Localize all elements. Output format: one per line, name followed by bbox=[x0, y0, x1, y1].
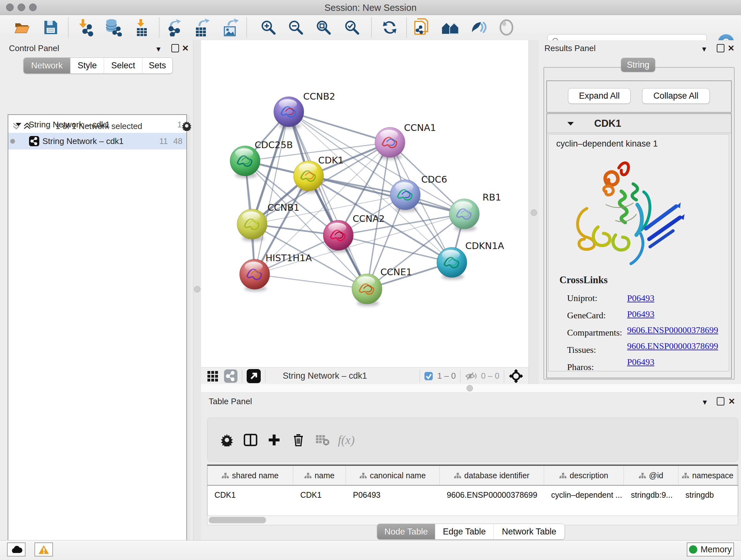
zoom-fit-button[interactable] bbox=[314, 18, 333, 37]
network-node-CCNE1[interactable] bbox=[352, 274, 382, 306]
tab-string[interactable]: String bbox=[621, 58, 655, 72]
save-session-button[interactable] bbox=[42, 18, 60, 37]
tab-edge-table[interactable]: Edge Table bbox=[435, 524, 493, 539]
splitter-handle[interactable] bbox=[467, 385, 473, 391]
document-network-icon bbox=[414, 18, 431, 37]
export-network-button[interactable] bbox=[166, 18, 185, 37]
table-cell[interactable]: CDK1 bbox=[207, 486, 293, 504]
table-cell[interactable]: P06493 bbox=[346, 486, 440, 504]
column-header-namespace[interactable]: namespace bbox=[678, 466, 737, 485]
create-column-button[interactable] bbox=[264, 430, 284, 450]
results-panel-title: Results Panel bbox=[544, 44, 596, 53]
expand-all-button[interactable]: Expand All bbox=[568, 88, 630, 104]
crosslink-value[interactable]: P06493 bbox=[627, 306, 655, 322]
network-edge-CCNA2-CDKN1A[interactable] bbox=[338, 235, 452, 262]
panel-menu-icon[interactable]: ▾ bbox=[703, 398, 707, 406]
birdseye-crosshair-icon[interactable] bbox=[509, 369, 523, 383]
network-edge-HIST1H1A-CCNE1[interactable] bbox=[255, 274, 367, 289]
panel-menu-icon[interactable]: ▾ bbox=[156, 45, 160, 53]
close-panel-icon[interactable]: ✕ bbox=[728, 44, 735, 52]
column-header-description[interactable]: description bbox=[544, 466, 624, 485]
memory-button[interactable]: Memory bbox=[687, 543, 734, 557]
cloud-status-button[interactable] bbox=[7, 543, 25, 557]
network-canvas[interactable]: CCNB2CCNA1CDC25BCDK1CDC6RB1CCNB1CCNA2CDK… bbox=[201, 40, 529, 367]
export-image-button[interactable] bbox=[222, 18, 241, 37]
column-header-database-identifier[interactable]: database identifier bbox=[440, 466, 544, 485]
tab-node-table[interactable]: Node Table bbox=[377, 524, 435, 539]
network-edge-CCNB2-HIST1H1A[interactable] bbox=[255, 112, 289, 274]
network-from-selection-button[interactable] bbox=[413, 18, 431, 37]
import-network-from-file-button[interactable] bbox=[77, 18, 96, 37]
network-node-CCNA1[interactable] bbox=[375, 127, 405, 160]
table-cell[interactable]: CDK1 bbox=[293, 486, 346, 504]
column-header-shared-name[interactable]: shared name bbox=[207, 466, 293, 485]
detach-view-icon[interactable] bbox=[247, 369, 261, 383]
string-network-icon bbox=[29, 136, 39, 146]
column-header--id[interactable]: @id bbox=[624, 466, 678, 485]
vertical-splitter[interactable] bbox=[529, 40, 539, 384]
table-settings-button[interactable] bbox=[217, 430, 237, 450]
enhanced-graphics-toggle[interactable] bbox=[470, 18, 488, 37]
function-builder-button[interactable]: f(x) bbox=[336, 430, 356, 450]
caret-down-icon[interactable] bbox=[15, 122, 22, 127]
splitter-handle[interactable] bbox=[194, 286, 200, 293]
show-columns-button[interactable] bbox=[241, 430, 260, 450]
network-edge-CCNB2-CCNA1[interactable] bbox=[289, 112, 390, 142]
selected-checkbox-icon[interactable] bbox=[424, 372, 433, 380]
network-collection-row[interactable]: String Network – cdk1 1 bbox=[8, 116, 186, 133]
table-toolbar: f(x) bbox=[207, 418, 738, 462]
tab-network[interactable]: Network bbox=[23, 58, 70, 73]
tab-style[interactable]: Style bbox=[70, 58, 104, 73]
network-node-HIST1H1A[interactable] bbox=[240, 259, 270, 292]
float-panel-icon[interactable] bbox=[717, 397, 724, 406]
collapse-all-button[interactable]: Collapse All bbox=[642, 88, 710, 104]
delete-column-button[interactable] bbox=[288, 430, 308, 450]
network-view-icon[interactable] bbox=[224, 369, 238, 383]
tab-sets[interactable]: Sets bbox=[142, 58, 172, 73]
zoom-out-button[interactable] bbox=[286, 18, 305, 37]
crosslink-value[interactable]: 9606.ENSP00000378699 bbox=[627, 338, 718, 354]
table-cell[interactable]: 9606.ENSP00000378699 bbox=[440, 486, 544, 504]
zoom-in-button[interactable] bbox=[259, 18, 278, 37]
open-session-button[interactable] bbox=[13, 18, 31, 37]
warnings-button[interactable] bbox=[35, 543, 53, 557]
apply-layout-button[interactable] bbox=[381, 18, 399, 37]
import-table-from-file-button[interactable] bbox=[133, 18, 151, 37]
string-home-button[interactable] bbox=[441, 18, 460, 37]
table-row[interactable]: CDK1CDK1P064939606.ENSP00000378699cyclin… bbox=[207, 486, 738, 504]
column-header-name[interactable]: name bbox=[293, 466, 346, 485]
zoom-selected-button[interactable] bbox=[343, 18, 361, 37]
crosslink-value[interactable]: P06493 bbox=[627, 354, 655, 370]
table-cell[interactable]: stringdb:9... bbox=[624, 486, 678, 504]
column-header-canonical-name[interactable]: canonical name bbox=[346, 466, 440, 485]
splitter-handle[interactable] bbox=[531, 209, 537, 216]
network-node-CDC25B[interactable] bbox=[230, 146, 260, 178]
network-node-CDC6[interactable] bbox=[390, 180, 420, 212]
network-graph[interactable]: CCNB2CCNA1CDC25BCDK1CDC6RB1CCNB1CCNA2CDK… bbox=[201, 40, 529, 367]
network-row[interactable]: String Network – cdk1 11 48 bbox=[8, 133, 186, 149]
crosslink-value[interactable]: P06493 bbox=[627, 290, 655, 306]
scrollbar-thumb[interactable] bbox=[209, 517, 266, 523]
table-cell[interactable]: stringdb bbox=[678, 486, 737, 504]
close-panel-icon[interactable]: ✕ bbox=[182, 44, 189, 52]
grid-view-icon[interactable] bbox=[207, 370, 219, 382]
sphere-style-toggle[interactable] bbox=[497, 18, 516, 37]
crosslink-value[interactable]: 9606.ENSP00000378699 bbox=[627, 322, 718, 338]
hidden-eye-icon[interactable] bbox=[465, 372, 477, 381]
tab-network-table[interactable]: Network Table bbox=[493, 524, 564, 539]
network-node-CDKN1A[interactable] bbox=[437, 247, 467, 280]
gene-section-header[interactable]: CDK1 bbox=[547, 114, 731, 133]
export-table-button[interactable] bbox=[194, 18, 212, 37]
table-cell[interactable]: cyclin–dependent ... bbox=[544, 486, 624, 504]
vertical-splitter[interactable] bbox=[193, 40, 202, 540]
network-node-RB1[interactable] bbox=[449, 199, 479, 231]
caret-down-icon[interactable] bbox=[567, 121, 575, 126]
float-panel-icon[interactable] bbox=[717, 44, 724, 52]
close-panel-icon[interactable]: ✕ bbox=[728, 397, 735, 406]
tab-select[interactable]: Select bbox=[104, 58, 142, 73]
import-network-from-database-button[interactable] bbox=[104, 18, 123, 37]
panel-menu-icon[interactable]: ▾ bbox=[702, 45, 706, 53]
delete-table-button[interactable] bbox=[313, 430, 333, 450]
float-panel-icon[interactable] bbox=[172, 44, 179, 52]
horizontal-splitter[interactable] bbox=[201, 384, 741, 392]
